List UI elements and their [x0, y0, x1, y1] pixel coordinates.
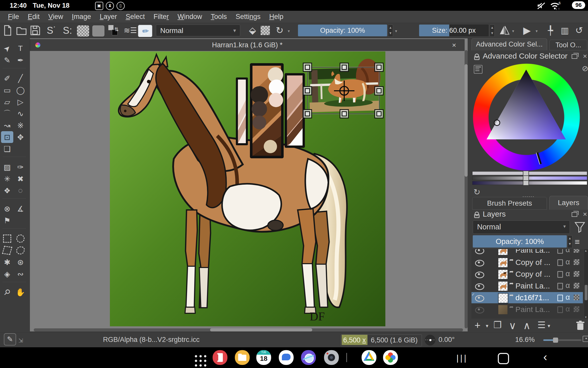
- layer-blending-mode-select[interactable]: Normal ▼: [473, 220, 570, 234]
- layer-list-scrollbar[interactable]: ▲ ▼: [584, 249, 588, 319]
- opacity-spinner[interactable]: ▲▼: [388, 25, 393, 37]
- contiguous-select-tool[interactable]: ✱: [1, 256, 13, 268]
- alpha-icon[interactable]: α: [566, 293, 570, 302]
- brush-size-slider[interactable]: Size: 60.00 px: [419, 25, 489, 36]
- wrap-around-mode-button[interactable]: ╄: [545, 25, 556, 36]
- transform-handle-bl[interactable]: [303, 109, 312, 118]
- fill-tool[interactable]: ❖: [1, 185, 13, 196]
- colorize-mask-tool[interactable]: ✖: [14, 173, 27, 185]
- alpha-icon[interactable]: α: [566, 249, 570, 254]
- menu-item-view[interactable]: View: [44, 13, 67, 21]
- layer-opacity-spinner[interactable]: ▲▼: [567, 235, 572, 248]
- layer-properties-button[interactable]: ☰: [537, 320, 546, 330]
- size-spinner[interactable]: ▲▼: [490, 25, 495, 37]
- smart-patch-tool[interactable]: ✳: [1, 173, 13, 185]
- lock-icon[interactable]: [474, 53, 480, 60]
- menu-item-layer[interactable]: Layer: [95, 13, 121, 21]
- color-sampler-tool[interactable]: ✑: [14, 161, 27, 173]
- app-drawer-button[interactable]: [193, 353, 206, 367]
- color-wheel[interactable]: [473, 63, 580, 171]
- layer-thumbnail[interactable]: [498, 249, 508, 255]
- float-docker-icon[interactable]: [572, 212, 577, 217]
- menu-item-window[interactable]: Window: [173, 13, 206, 21]
- visibility-eye-icon[interactable]: [475, 307, 484, 314]
- transform-tool[interactable]: ⊡: [1, 131, 13, 143]
- lock-layer-icon[interactable]: [557, 249, 563, 254]
- photos-app-icon[interactable]: [383, 350, 398, 365]
- colorspace-label[interactable]: RGB/Alpha (8-b...V2-srgbtrc.icc: [103, 336, 200, 344]
- chevron-down-icon[interactable]: ▾: [395, 29, 397, 34]
- ellipse-select-tool[interactable]: [14, 233, 27, 244]
- polygon-select-tool[interactable]: [1, 244, 13, 256]
- layer-options-icon[interactable]: ≡: [575, 237, 585, 247]
- dynamic-brush-tool[interactable]: ↝: [1, 119, 13, 131]
- transform-handle-br[interactable]: [374, 109, 384, 118]
- delete-layer-button[interactable]: [576, 320, 585, 331]
- transform-handle-tr[interactable]: [374, 63, 384, 72]
- alpha-lock-icon[interactable]: [574, 271, 579, 277]
- canvas-area[interactable]: Harran1.kra (1.6 GiB) * ×: [30, 38, 468, 331]
- horizontal-scrollbar[interactable]: [34, 328, 463, 331]
- add-layer-dropdown[interactable]: ▾: [486, 323, 488, 329]
- show-dockers-button[interactable]: ▥: [559, 25, 570, 36]
- layer-filter-icon[interactable]: [573, 220, 586, 233]
- mirror-horizontal-button[interactable]: [499, 25, 510, 36]
- transform-handle-right[interactable]: [374, 86, 384, 95]
- visibility-eye-icon[interactable]: [475, 272, 484, 278]
- menu-item-select[interactable]: Select: [121, 13, 149, 21]
- slider-handle-2[interactable]: [523, 175, 529, 181]
- slider-handle-3[interactable]: [523, 180, 529, 186]
- alpha-lock-icon[interactable]: [574, 283, 579, 288]
- lock-layer-icon[interactable]: [557, 283, 563, 289]
- transform-handle-left[interactable]: [303, 86, 312, 95]
- layer-row[interactable]: ➦ Paint La... α: [471, 280, 583, 292]
- slider-bar-3[interactable]: [472, 181, 587, 185]
- rectangle-tool[interactable]: ▭: [1, 84, 13, 96]
- layer-thumbnail[interactable]: [498, 258, 508, 267]
- layer-thumbnail[interactable]: [498, 270, 508, 279]
- pop-up-palette-button[interactable]: ✎: [4, 333, 16, 345]
- alpha-icon[interactable]: α: [566, 269, 570, 278]
- layer-thumbnail[interactable]: [498, 293, 508, 303]
- recents-nav-button[interactable]: |||: [456, 353, 468, 363]
- transform-handle-top[interactable]: [340, 63, 349, 72]
- alpha-icon[interactable]: α: [566, 258, 570, 266]
- layer-row[interactable]: ➦ Copy of ... α: [471, 257, 583, 268]
- save-button[interactable]: [30, 25, 40, 36]
- layer-opacity-slider[interactable]: Opacity: 100%: [473, 235, 567, 248]
- text-tool[interactable]: T: [14, 42, 27, 54]
- lock-layer-icon[interactable]: [557, 271, 563, 278]
- eraser-mode-button[interactable]: ⬙: [247, 25, 258, 36]
- camera-app-icon[interactable]: [324, 350, 339, 365]
- properties-dropdown[interactable]: ▾: [548, 323, 550, 329]
- add-layer-button[interactable]: +: [475, 320, 480, 331]
- transform-handle-bottom[interactable]: [340, 109, 349, 118]
- menu-item-edit[interactable]: Edit: [24, 13, 44, 21]
- sv-cursor[interactable]: [494, 120, 500, 126]
- chevron-down-icon[interactable]: ▾: [536, 29, 538, 34]
- gradient-chooser[interactable]: [77, 25, 89, 37]
- float-docker-icon[interactable]: [572, 54, 577, 59]
- assistants-tool[interactable]: ⊗: [1, 203, 13, 215]
- visibility-eye-icon[interactable]: [475, 249, 484, 254]
- calendar-app-icon[interactable]: TUE 18: [256, 350, 271, 365]
- menu-item-help[interactable]: Help: [265, 13, 288, 21]
- zoom-slider[interactable]: [543, 339, 582, 341]
- crop-tool[interactable]: ❏: [1, 143, 13, 155]
- tab-brush-presets[interactable]: Brush Presets: [472, 197, 547, 210]
- tab-layers[interactable]: Layers: [549, 196, 588, 210]
- menu-item-file[interactable]: File: [4, 13, 24, 21]
- lock-icon[interactable]: [474, 211, 480, 218]
- lock-layer-icon[interactable]: [557, 306, 563, 313]
- move-layer-down-button[interactable]: ∨: [509, 320, 516, 331]
- visibility-eye-icon[interactable]: [475, 283, 484, 290]
- zoom-tool[interactable]: ⚲: [1, 286, 13, 298]
- move-layer-up-button[interactable]: ∧: [523, 320, 531, 331]
- drive-app-icon[interactable]: [362, 350, 376, 365]
- ellipse-tool[interactable]: ◯: [14, 84, 27, 96]
- layer-row[interactable]: ➦ Paint La... α: [471, 304, 583, 315]
- alpha-lock-icon[interactable]: [574, 249, 579, 253]
- transform-handle-tl[interactable]: [303, 63, 312, 72]
- multibrush-tool[interactable]: ※: [14, 119, 27, 131]
- gradient-tool[interactable]: ▨: [1, 161, 13, 173]
